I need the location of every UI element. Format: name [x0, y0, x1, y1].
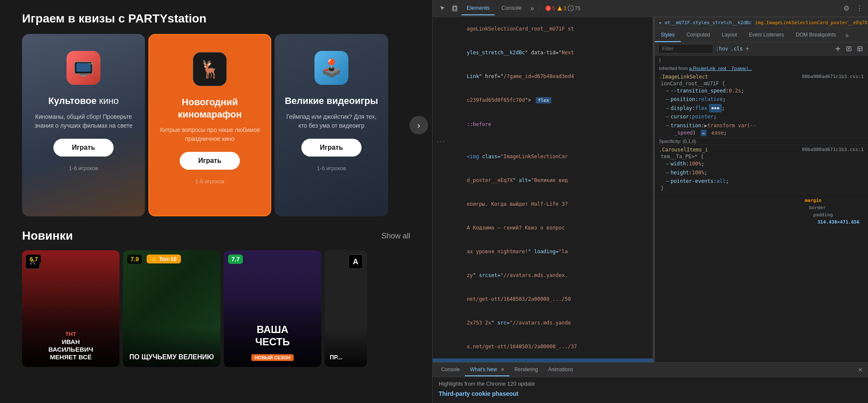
card-3-play-button[interactable]: Играть	[301, 139, 362, 157]
console-close-button[interactable]: ×	[856, 366, 865, 374]
specificity-label: )	[655, 56, 868, 63]
css-prop-width: – width : 100% ;	[659, 160, 864, 168]
card-2-body: Новогодний киномарафон Хитрые вопросы пр…	[150, 96, 270, 185]
styles-tab-styles[interactable]: Styles	[655, 28, 681, 42]
devtools-device-icon[interactable]	[450, 3, 460, 14]
margin-label: margin	[805, 198, 860, 203]
svg-rect-1	[76, 63, 91, 72]
card-3-body: Великие видеоигры Геймпад или джойстик? …	[275, 95, 388, 171]
filter-add-icon[interactable]: +	[746, 45, 749, 53]
box-model-area: margin border padding 314.438×471.656	[655, 193, 868, 229]
devtools-topbar: Elements Console » ! 5 ! 3 i 75 ⚙ ⋮	[433, 0, 868, 17]
filter-layout-icon[interactable]	[855, 44, 865, 53]
path-item-selected[interactable]: img.ImageLinkSelectionCard_poster__eEq7X	[755, 20, 868, 25]
card-2-play-button[interactable]: Играть	[180, 152, 240, 170]
css-prop-pointer-events: – pointer-events : all ;	[659, 177, 864, 185]
devtools-sep-1	[539, 4, 540, 13]
card-3-desc: Геймпад или джойстик? Для тех, кто без у…	[283, 112, 380, 130]
inherited-from-label: Inherited from a.RouterLink_root__7cuww.…	[655, 63, 868, 72]
css-prop-display: – display : flex ▪▪▪ ;	[659, 104, 864, 113]
element-path-bar: ▸ ot__mU71F.styles_stretch__k2dBc img.Im…	[655, 17, 868, 28]
devtools-panel: Elements Console » ! 5 ! 3 i 75 ⚙ ⋮ ageL…	[432, 0, 868, 403]
quiz-carousel: Культовое кино Киноманы, общий сбор! Про…	[0, 34, 432, 216]
deer-icon: 🦌	[193, 52, 227, 86]
movie-card-ivan[interactable]: A 6.7 ТНТ ИВАНВАСИЛЬЕВИЧМЕНЯЕТ ВСЁ	[22, 250, 120, 367]
third-party-cookie-title[interactable]: Third-party cookie phaseout	[439, 390, 862, 397]
movie-1-poster: A 6.7 ТНТ ИВАНВАСИЛЬЕВИЧМЕНЯЕТ ВСЁ	[22, 250, 120, 367]
movie-1-rating: 6.7	[26, 255, 41, 264]
quiz-card-kultovoe[interactable]: Культовое кино Киноманы, общий сбор! Про…	[22, 34, 145, 216]
flex-badge[interactable]: ▪▪▪	[709, 104, 722, 113]
movie-4-poster: A пр...	[325, 250, 367, 367]
path-item-left[interactable]: ▸ ot__mU71F.styles_stretch__k2dBc	[659, 20, 752, 25]
console-tabs-row: Console What's New × Rendering Animation…	[433, 363, 868, 377]
card-1-play-button[interactable]: Играть	[53, 139, 114, 157]
devtools-more-menu-icon[interactable]: ⋮	[856, 4, 863, 12]
movie-2-overlay: По щучьему велению	[123, 327, 220, 367]
styles-tabs-row: Styles Computed Layout Event Listeners D…	[655, 28, 868, 42]
joystick-icon: 🕹️	[314, 51, 348, 85]
devtools-tabs-more[interactable]: »	[529, 5, 536, 12]
card-2-players: 1-6 игроков	[158, 178, 262, 185]
console-tab-rendering[interactable]: Rendering	[509, 364, 543, 376]
movie-card-partial[interactable]: A пр...	[325, 250, 367, 367]
devtools-tab-elements[interactable]: Elements	[462, 1, 495, 15]
movie-card-vasha-chest[interactable]: 7.7 ВАШАЧЕСТЬ НОВЫЙ СЕЗОН	[224, 250, 321, 367]
styles-tab-more[interactable]: »	[843, 28, 851, 42]
inherited-link[interactable]: a.RouterLink_root__7cuww.I...	[689, 66, 752, 71]
movie-3-rating: 7.7	[228, 255, 243, 264]
filter-new-style-rule-icon[interactable]	[833, 44, 843, 53]
code-line-alt2: А Кодзима – гений? Квиз о вопрос	[433, 216, 653, 240]
movie-3-poster: 7.7 ВАШАЧЕСТЬ НОВЫЙ СЕЗОН	[224, 250, 321, 367]
movie-3-new-season: НОВЫЙ СЕЗОН	[229, 352, 316, 361]
svg-rect-7	[453, 7, 456, 10]
css-prop-transition-speed: – --transition_speed : 0.2s ;	[659, 87, 864, 95]
code-line-3: Link" href="/?game_id=d67b48ead3ed4	[433, 64, 653, 88]
transition-edit-icon[interactable]: ✏️	[701, 130, 707, 136]
code-line-srcset3: 2x753 2x" src="//avatars.mds.yande	[433, 311, 653, 335]
novinks-header: Новинки Show all	[0, 229, 432, 243]
devtools-info-badge[interactable]: i 75	[568, 6, 580, 11]
filter-inspect-icon[interactable]	[844, 44, 854, 53]
styles-tab-computed[interactable]: Computed	[681, 28, 716, 42]
filter-cls-btn[interactable]: .cls	[731, 46, 743, 52]
svg-point-4	[89, 63, 91, 64]
movie-card-щучьему[interactable]: 7.9 Топ-10 По щучьему велению	[123, 250, 220, 367]
code-line-srcset1: zy" srcset="//avatars.mds.yandex.	[433, 263, 653, 287]
code-line-img: <img class="ImageLinkSelectionCar	[433, 145, 653, 168]
devtools-tab-console[interactable]: Console	[496, 1, 527, 15]
whats-new-close-icon[interactable]: ×	[501, 366, 504, 373]
styles-content[interactable]: ) Inherited from a.RouterLink_root__7cuw…	[655, 56, 868, 362]
movie-4-overlay: пр...	[325, 328, 367, 367]
card-3-icon-container: 🕹️	[275, 51, 388, 85]
card-2-icon-container: 🦌	[150, 52, 270, 86]
movie-2-title: По щучьему велению	[128, 353, 215, 361]
styles-tab-layout[interactable]: Layout	[716, 28, 743, 42]
movie-2-rating: 7.9	[127, 255, 142, 264]
devtools-settings-icon[interactable]: ⚙	[843, 4, 849, 12]
carousel-next-arrow[interactable]: ›	[409, 116, 428, 134]
code-line-d-poster: d_poster__eEq7X" alt="Великие вид	[433, 168, 653, 192]
movie-1-channel: ТНТ	[65, 331, 76, 337]
devtools-warn-badge[interactable]: ! 3	[557, 6, 567, 11]
code-line-srcset4: x.net/get-ott/1648503/2a00000_.../37	[433, 335, 653, 358]
devtools-error-badge[interactable]: ! 5	[545, 6, 555, 11]
show-all-link[interactable]: Show all	[381, 232, 410, 241]
svg-rect-3	[80, 74, 87, 75]
filter-input[interactable]	[658, 44, 713, 53]
quiz-card-videogames[interactable]: 🕹️ Великие видеоигры Геймпад или джойсти…	[275, 34, 388, 216]
box-model-labels: margin border padding 314.438×471.656	[805, 198, 860, 225]
devtools-code-panel[interactable]: ageLinkSelectionCard_root__mU71F st yles…	[433, 17, 653, 362]
novinks-section: Новинки Show all A 6.7 ТНТ ИВАНВАСИЛЬЕВИ…	[0, 216, 432, 367]
console-tab-console[interactable]: Console	[436, 364, 465, 376]
filter-pseudo-btn[interactable]: :hov	[716, 46, 728, 52]
styles-tab-event-listeners[interactable]: Event Listeners	[743, 28, 790, 42]
console-tab-animations[interactable]: Animations	[543, 364, 578, 376]
styles-tab-dom-breakpoints[interactable]: DOM Breakpoints	[790, 28, 842, 42]
content-panel: Играем в квизы с PARTYstation	[0, 0, 432, 403]
code-line-selected[interactable]: 5x562" data-tid="AdaptiveImag	[433, 358, 653, 363]
quiz-card-novogodniy[interactable]: 🦌 Новогодний киномарафон Хитрые вопросы …	[148, 34, 271, 216]
movie-1-title: ИВАНВАСИЛЬЕВИЧМЕНЯЕТ ВСЁ	[48, 338, 93, 361]
console-tab-whats-new[interactable]: What's New ×	[465, 364, 509, 376]
devtools-cursor-icon[interactable]	[438, 3, 448, 14]
